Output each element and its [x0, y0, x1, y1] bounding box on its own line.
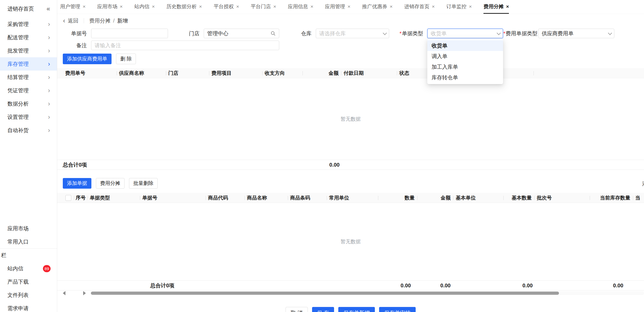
- close-icon[interactable]: ×: [469, 4, 472, 10]
- close-icon[interactable]: ×: [152, 4, 155, 10]
- col-direction: 收支方向: [262, 68, 303, 78]
- batch-delete-button[interactable]: 批量删除: [129, 178, 158, 189]
- tab-history-analysis[interactable]: 历史数据分析 ×: [166, 0, 202, 14]
- close-icon[interactable]: ×: [120, 4, 123, 10]
- save-button[interactable]: 保 存: [312, 307, 334, 312]
- doc-no-field[interactable]: [91, 29, 168, 38]
- sidebar-link-inbox[interactable]: 站内信 89: [0, 262, 57, 275]
- tab-expense-allocation[interactable]: 费用分摊 ×: [483, 0, 509, 14]
- sidebar-link-app-market[interactable]: 应用市场: [0, 222, 57, 235]
- detail-total-label: 总合计0项: [150, 282, 203, 289]
- dropdown-option-stock-transfer[interactable]: 库存转仓单: [427, 72, 503, 83]
- store-field[interactable]: 管理中心: [204, 29, 279, 38]
- dropdown-option-transfer-in[interactable]: 调入单: [427, 51, 503, 62]
- fee-total-label: 总合计0项: [63, 161, 87, 168]
- tab-order-monitor[interactable]: 订单监控 ×: [446, 0, 472, 14]
- close-icon[interactable]: ×: [310, 4, 313, 10]
- close-icon[interactable]: ×: [506, 4, 509, 10]
- sidebar-item-label: 配送管理: [7, 34, 29, 41]
- close-icon[interactable]: ×: [432, 4, 435, 10]
- sidebar-link-product-download[interactable]: 产品下载: [0, 275, 57, 288]
- tab-platform-auth[interactable]: 平台授权 ×: [214, 0, 239, 14]
- add-doc-button[interactable]: 添加单据: [63, 178, 91, 189]
- col-product-name: 商品名称: [245, 193, 288, 203]
- back-button[interactable]: ‹ 返回: [63, 17, 78, 24]
- dropdown-option-processing-inbound[interactable]: 加工入库单: [427, 62, 503, 72]
- back-arrow-icon: ‹: [63, 17, 65, 24]
- sidebar-link-request[interactable]: 需求申请: [0, 302, 57, 312]
- sidebar-home[interactable]: 进销存首页 «: [0, 0, 57, 18]
- tab-psi-home[interactable]: 进销存首页 ×: [404, 0, 435, 14]
- delete-fee-button[interactable]: 删 除: [116, 54, 136, 64]
- collapse-sidebar-icon[interactable]: «: [47, 5, 50, 12]
- sidebar-item-data-analysis[interactable]: 数据分析 ›: [0, 97, 57, 110]
- sidebar-item-settings[interactable]: 设置管理 ›: [0, 110, 57, 124]
- sidebar-links: 应用市场 常用入口 栏 站内信 89 产品下载 文件列表 需求申请: [0, 222, 57, 312]
- allocate-fee-button[interactable]: 费用分摊: [96, 178, 125, 189]
- sidebar-item-label: 自动补货: [7, 127, 29, 134]
- close-icon[interactable]: ×: [199, 4, 202, 10]
- tab-inbox[interactable]: 站内信 ×: [134, 0, 155, 14]
- col-current-stock: 当前库存数量: [590, 193, 633, 203]
- sidebar-item-auto-replenish[interactable]: 自动补货 ›: [0, 124, 57, 137]
- col-batch-no: 批次号: [534, 193, 590, 203]
- scroll-left-icon[interactable]: [63, 291, 65, 295]
- detail-table-header: 序号 单据类型 单据号 商品代码 商品名称 商品条码 常用单位 数量 金额 基本…: [57, 193, 644, 203]
- doc-type-select[interactable]: 收货单: [427, 29, 503, 38]
- chevron-right-icon: ›: [48, 34, 50, 41]
- detail-table-empty-state: 暂无数据: [57, 203, 644, 280]
- tab-label: 应用管理: [325, 3, 345, 10]
- sidebar-link-file-list[interactable]: 文件列表: [0, 288, 57, 302]
- store-value: 管理中心: [207, 30, 228, 37]
- close-icon[interactable]: ×: [236, 4, 239, 10]
- doc-no-input[interactable]: [95, 31, 165, 37]
- fee-toolbar: 添加供应商费用单 删 除: [57, 54, 644, 64]
- horizontal-scrollbar: [57, 291, 644, 295]
- col-clipped: 当: [633, 193, 644, 203]
- clipped-right-text: 添: [642, 180, 644, 187]
- tab-label: 站内信: [134, 3, 149, 10]
- add-supplier-fee-button[interactable]: 添加供应商费用单: [63, 54, 112, 64]
- col-fee-item: 费用项目: [209, 68, 262, 78]
- chevron-right-icon: ›: [48, 87, 50, 94]
- sidebar-item-label: 库存管理: [7, 60, 29, 68]
- close-icon[interactable]: ×: [390, 4, 393, 10]
- search-icon[interactable]: [270, 31, 276, 36]
- save-and-new-button[interactable]: 保存并新增: [338, 307, 375, 312]
- remark-input[interactable]: [95, 42, 276, 49]
- sidebar-item-wholesale[interactable]: 批发管理 ›: [0, 44, 57, 57]
- fee-doc-type-select[interactable]: 供应商费用单: [538, 29, 614, 38]
- tab-user-mgmt[interactable]: 用户管理 ×: [60, 0, 86, 14]
- sidebar-item-label: 批发管理: [7, 47, 29, 54]
- tab-promo-coupon[interactable]: 推广优惠券 ×: [362, 0, 393, 14]
- sidebar-link-truncated[interactable]: 栏: [0, 249, 57, 262]
- remark-field[interactable]: [91, 41, 279, 50]
- dropdown-option-receipt[interactable]: 收货单: [427, 40, 503, 51]
- tab-app-mgmt[interactable]: 应用管理 ×: [325, 0, 350, 14]
- sidebar-item-inventory[interactable]: 库存管理 ›: [0, 57, 57, 71]
- scrollbar-thumb[interactable]: [91, 292, 559, 295]
- doc-no-label: 单据号: [57, 30, 91, 37]
- save-and-audit-button[interactable]: 保存并审核: [379, 307, 416, 312]
- fee-doc-type-label: *费用单据类型: [503, 30, 538, 37]
- scroll-right-icon[interactable]: [83, 291, 86, 295]
- warehouse-select[interactable]: 请选择仓库: [316, 29, 389, 38]
- close-icon[interactable]: ×: [273, 4, 276, 10]
- tab-platform-stores[interactable]: 平台门店 ×: [251, 0, 276, 14]
- sidebar-item-voucher[interactable]: 凭证管理 ›: [0, 84, 57, 97]
- close-icon[interactable]: ×: [83, 4, 86, 10]
- col-common-unit: 常用单位: [327, 193, 378, 203]
- cancel-button[interactable]: 取 消: [286, 307, 308, 312]
- col-barcode: 商品条码: [288, 193, 327, 203]
- select-all-checkbox[interactable]: [65, 195, 71, 201]
- close-icon[interactable]: ×: [348, 4, 350, 10]
- tab-app-info[interactable]: 应用信息 ×: [288, 0, 313, 14]
- tab-app-market[interactable]: 应用市场 ×: [97, 0, 123, 14]
- sidebar-item-delivery[interactable]: 配送管理 ›: [0, 31, 57, 44]
- required-mark: *: [399, 31, 401, 36]
- sidebar-link-common-entry[interactable]: 常用入口: [0, 235, 57, 248]
- chevron-right-icon: ›: [48, 101, 50, 107]
- sidebar-item-settlement[interactable]: 结算管理 ›: [0, 71, 57, 84]
- sidebar-item-purchase[interactable]: 采购管理 ›: [0, 18, 57, 31]
- chevron-down-icon: [383, 31, 387, 35]
